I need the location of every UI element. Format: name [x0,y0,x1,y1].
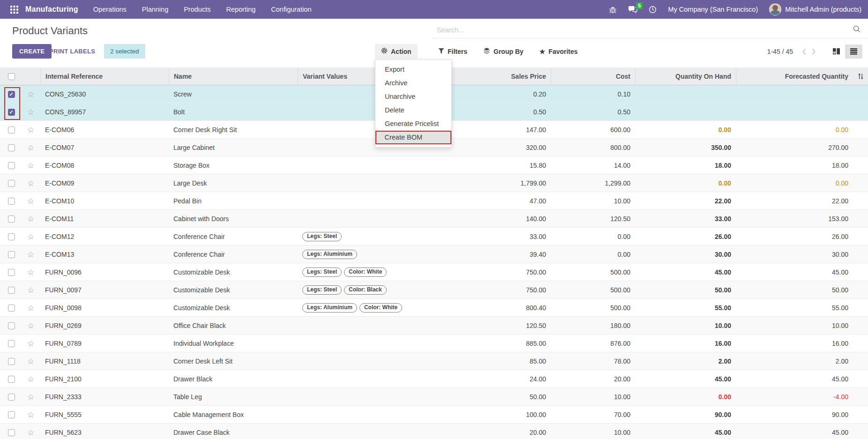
cell-name[interactable]: Office Chair Black [169,317,298,335]
apps-grid-icon[interactable] [10,6,18,14]
row-checkbox[interactable] [8,340,15,347]
cell-sales-price[interactable]: 47.00 [436,192,551,210]
cell-quantity-on-hand[interactable]: 30.00 [635,246,736,263]
favorite-star-icon[interactable]: ☆ [27,411,34,419]
cell-cost[interactable]: 0.10 [551,85,635,103]
table-row[interactable]: ☆ E-COM12 Conference Chair Legs: Steel 3… [0,228,868,246]
cell-internal-reference[interactable]: FURN_5555 [40,406,169,424]
table-row[interactable]: ☆ FURN_5623 Drawer Case Black 20.00 10.0… [0,424,868,439]
cell-forecasted-quantity[interactable]: 270.00 [736,139,853,156]
favorite-star-icon[interactable]: ☆ [27,357,34,365]
cell-quantity-on-hand[interactable]: 0.00 [635,174,736,192]
header-internal-reference[interactable]: Internal Reference [40,67,169,85]
cell-name[interactable]: Screw [169,85,298,103]
cell-variant-values[interactable] [298,192,436,210]
cell-cost[interactable]: 14.00 [551,156,635,174]
cell-variant-values[interactable] [298,406,436,424]
cell-quantity-on-hand[interactable]: 26.00 [635,228,736,246]
activity-clock-icon[interactable] [649,6,657,14]
cell-internal-reference[interactable]: FURN_5623 [40,424,169,439]
cell-internal-reference[interactable]: E-COM09 [40,174,169,192]
favorite-star-icon[interactable]: ☆ [27,144,34,152]
cell-name[interactable]: Customizable Desk [169,281,298,299]
cell-forecasted-quantity[interactable]: -4.00 [736,388,853,406]
favorite-star-icon[interactable]: ☆ [27,304,34,312]
row-checkbox[interactable] [8,162,15,169]
cell-variant-values[interactable]: Legs: SteelColor: White [298,263,436,281]
row-checkbox[interactable] [8,322,15,329]
nav-menu-reporting[interactable]: Reporting [226,6,255,13]
cell-quantity-on-hand[interactable]: 45.00 [635,424,736,439]
cell-variant-values[interactable]: Legs: AluminiumColor: White [298,299,436,317]
table-row[interactable]: ☆ E-COM11 Cabinet with Doors 140.00 120.… [0,210,868,228]
cell-internal-reference[interactable]: E-COM11 [40,210,169,228]
cell-forecasted-quantity[interactable]: 18.00 [736,156,853,174]
cell-internal-reference[interactable]: CONS_25630 [40,85,169,103]
table-row[interactable]: ☆ FURN_1118 Corner Desk Left Sit 85.00 7… [0,352,868,370]
header-cost[interactable]: Cost [551,67,635,85]
cell-forecasted-quantity[interactable]: 55.00 [736,299,853,317]
row-checkbox[interactable] [8,305,15,312]
table-row[interactable]: ☆ E-COM10 Pedal Bin 47.00 10.00 22.00 22… [0,192,868,210]
cell-name[interactable]: Large Cabinet [169,139,298,156]
row-checkbox[interactable] [8,216,15,223]
cell-forecasted-quantity[interactable]: 90.00 [736,406,853,424]
cell-cost[interactable]: 600.00 [551,121,635,139]
cell-internal-reference[interactable]: FURN_2100 [40,370,169,388]
cell-sales-price[interactable]: 147.00 [436,121,551,139]
cell-forecasted-quantity[interactable]: 26.00 [736,228,853,246]
app-name[interactable]: Manufacturing [25,5,78,14]
cell-name[interactable]: Corner Desk Right Sit [169,121,298,139]
row-checkbox[interactable] [8,109,15,116]
cell-quantity-on-hand[interactable]: 50.00 [635,281,736,299]
cell-forecasted-quantity[interactable] [736,103,853,121]
cell-cost[interactable]: 0.00 [551,228,635,246]
cell-internal-reference[interactable]: E-COM13 [40,246,169,263]
action-menu-button[interactable]: Action [375,44,418,59]
create-button[interactable]: CREATE [12,44,52,59]
cell-name[interactable]: Cabinet with Doors [169,210,298,228]
cell-variant-values[interactable] [298,352,436,370]
nav-menu-operations[interactable]: Operations [93,6,127,13]
cell-variant-values[interactable] [298,335,436,352]
cell-internal-reference[interactable]: FURN_0096 [40,263,169,281]
cell-cost[interactable]: 1,299.00 [551,174,635,192]
cell-name[interactable]: Pedal Bin [169,192,298,210]
cell-quantity-on-hand[interactable]: 45.00 [635,263,736,281]
cell-quantity-on-hand[interactable]: 90.00 [635,406,736,424]
cell-variant-values[interactable] [298,317,436,335]
select-all-checkbox[interactable] [8,73,15,80]
cell-sales-price[interactable]: 39.40 [436,246,551,263]
menu-item-unarchive[interactable]: Unarchive [375,90,451,104]
cell-variant-values[interactable]: Legs: Steel [298,228,436,246]
cell-forecasted-quantity[interactable]: 2.00 [736,352,853,370]
cell-name[interactable]: Conference Chair [169,246,298,263]
cell-sales-price[interactable]: 85.00 [436,352,551,370]
favorite-star-icon[interactable]: ☆ [27,251,34,259]
company-switcher[interactable]: My Company (San Francisco) [668,6,758,13]
cell-cost[interactable]: 800.00 [551,139,635,156]
cell-sales-price[interactable]: 100.00 [436,406,551,424]
header-quantity-on-hand[interactable]: Quantity On Hand [635,67,736,85]
filters-button[interactable]: Filters [438,48,467,55]
cell-cost[interactable]: 500.00 [551,299,635,317]
row-checkbox[interactable] [8,233,15,240]
cell-sales-price[interactable]: 1,799.00 [436,174,551,192]
cell-quantity-on-hand[interactable]: 0.00 [635,388,736,406]
cell-quantity-on-hand[interactable]: 16.00 [635,335,736,352]
cell-sales-price[interactable]: 20.00 [436,424,551,439]
cell-cost[interactable]: 876.00 [551,335,635,352]
cell-sales-price[interactable]: 750.00 [436,263,551,281]
table-row[interactable]: ☆ FURN_2100 Drawer Black 24.00 20.00 45.… [0,370,868,388]
table-row[interactable]: ☆ FURN_0269 Office Chair Black 120.50 18… [0,317,868,335]
debug-bug-icon[interactable] [609,6,617,14]
user-menu[interactable]: Mitchell Admin (products) [769,3,861,15]
nav-menu-configuration[interactable]: Configuration [271,6,311,13]
cell-name[interactable]: Table Leg [169,388,298,406]
cell-cost[interactable]: 10.00 [551,192,635,210]
cell-variant-values[interactable]: Legs: SteelColor: Black [298,281,436,299]
cell-name[interactable]: Storage Box [169,156,298,174]
cell-forecasted-quantity[interactable]: 16.00 [736,335,853,352]
cell-sales-price[interactable]: 800.40 [436,299,551,317]
cell-quantity-on-hand[interactable]: 22.00 [635,192,736,210]
